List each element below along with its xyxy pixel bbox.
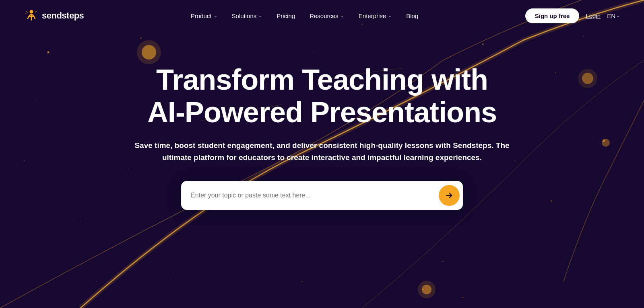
chevron-down-icon: ⌄ [388, 13, 392, 18]
svg-point-22 [96, 281, 97, 282]
svg-point-12 [301, 281, 303, 282]
hero-subtitle: Save time, boost student engagement, and… [125, 140, 519, 163]
navbar: sendsteps Product ⌄ Solutions ⌄ Pricing [0, 0, 644, 31]
svg-line-33 [26, 11, 28, 12]
nav-item-solutions[interactable]: Solutions ⌄ [232, 12, 262, 19]
chevron-down-icon: ⌄ [616, 13, 620, 18]
nav-actions: Sign up free Login EN ⌄ [525, 8, 620, 23]
chevron-down-icon: ⌄ [214, 13, 217, 18]
svg-point-30 [30, 10, 33, 14]
search-submit-button[interactable] [439, 185, 460, 206]
svg-line-34 [35, 11, 37, 12]
nav-item-product[interactable]: Product ⌄ [191, 12, 217, 19]
logo-link[interactable]: sendsteps [24, 8, 84, 23]
nav-item-pricing[interactable]: Pricing [277, 12, 295, 19]
svg-point-29 [418, 281, 436, 298]
chevron-down-icon: ⌄ [341, 13, 344, 18]
svg-point-9 [80, 221, 81, 222]
svg-point-13 [173, 273, 173, 274]
svg-point-14 [442, 261, 444, 262]
arrow-right-icon [445, 191, 454, 200]
search-bar [181, 181, 463, 210]
topic-input[interactable] [191, 192, 439, 199]
hero-section: Transform Teaching with AI-Powered Prese… [0, 31, 644, 210]
nav-item-resources[interactable]: Resources ⌄ [310, 12, 344, 19]
logo-text: sendsteps [42, 10, 84, 21]
signup-button[interactable]: Sign up free [525, 8, 580, 23]
language-selector[interactable]: EN ⌄ [607, 12, 620, 19]
nav-item-enterprise[interactable]: Enterprise ⌄ [359, 12, 392, 19]
nav-item-blog[interactable]: Blog [406, 12, 418, 19]
nav-links: Product ⌄ Solutions ⌄ Pricing Resources … [191, 12, 418, 19]
hero-title: Transform Teaching with AI-Powered Prese… [141, 64, 503, 128]
svg-point-21 [462, 297, 464, 298]
login-button[interactable]: Login [586, 12, 601, 19]
chevron-down-icon: ⌄ [258, 13, 262, 18]
logo-icon [24, 8, 39, 23]
page-wrapper: sendsteps Product ⌄ Solutions ⌄ Pricing [0, 0, 644, 308]
